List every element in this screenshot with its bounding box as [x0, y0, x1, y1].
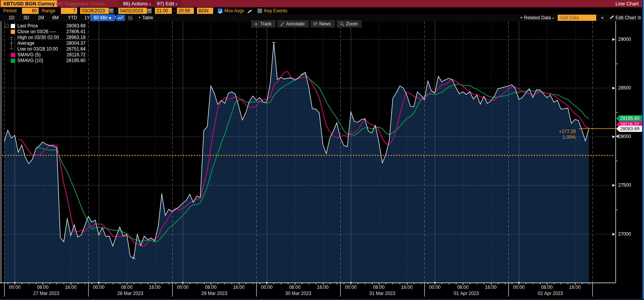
- legend-label: Low on 03/28 10:00: [17, 46, 58, 52]
- crosshair-icon: [254, 22, 258, 26]
- legend-swatch: [11, 59, 15, 63]
- range-button-1d[interactable]: 1D: [5, 14, 18, 21]
- candle-chart-icon[interactable]: [126, 15, 134, 21]
- range-label: Range: [42, 8, 55, 14]
- legend-value: 26751.64: [66, 46, 86, 52]
- chart-type-label: Line Chart: [615, 0, 639, 7]
- time-separator: -: [174, 8, 175, 14]
- time-from-input[interactable]: 21:00: [155, 8, 172, 14]
- track-button[interactable]: Track: [251, 20, 276, 27]
- terminal-window: XBTUSD BGN Curncy 94) Suggested Charts 9…: [0, 0, 644, 300]
- legend-swatch: [11, 53, 15, 57]
- time-to-input[interactable]: 20:59: [177, 8, 194, 14]
- legend-label: SMAVG (10): [17, 58, 43, 64]
- axis-price-tag: 28083.69: [616, 126, 643, 132]
- net-change-label: +277.29: [553, 129, 576, 135]
- legend-collapse-icon[interactable]: −: [5, 24, 8, 28]
- legend-value: 28963.18: [66, 35, 86, 40]
- actions-menu[interactable]: 96) Actions ▾: [119, 0, 155, 7]
- legend-value: 28195.60: [66, 58, 86, 64]
- date-from-input[interactable]: 03/26/2023: [80, 8, 109, 14]
- news-icon: [313, 22, 318, 26]
- pct-change-label: 1.00%: [553, 135, 576, 140]
- mov-avgs-label: Mov Avgs: [224, 8, 244, 14]
- edit-chart-button[interactable]: Edit Chart: [608, 14, 637, 21]
- security-ticker-field[interactable]: XBTUSD BGN Curncy: [1, 0, 57, 7]
- line-chart-icon[interactable]: [116, 15, 125, 21]
- axis-price-tag: 28195.60: [616, 115, 643, 121]
- legend-marker-icon: ┼: [10, 40, 16, 46]
- key-events-checkbox[interactable]: [257, 8, 262, 13]
- range-input[interactable]: 7: [61, 8, 77, 14]
- key-events-label: Key Events: [264, 8, 288, 14]
- chevron-down-icon: ▾: [175, 2, 177, 6]
- news-button[interactable]: News: [311, 20, 335, 27]
- interval-select[interactable]: 60 Min ▼: [90, 14, 115, 21]
- range-button-3d[interactable]: 3D: [20, 14, 33, 21]
- legend-label: Close on 03/26 ----: [17, 29, 56, 35]
- table-button[interactable]: Table: [139, 14, 156, 21]
- legend-label: SMAVG (5): [17, 52, 40, 58]
- legend-row[interactable]: ┬High on 03/30 02:0028963.18: [5, 35, 86, 40]
- edit-menu[interactable]: 97) Edit ▾: [153, 0, 182, 7]
- legend-row[interactable]: SMAVG (5)28116.72: [5, 52, 86, 58]
- date-to-input[interactable]: 04/02/2023: [118, 8, 147, 14]
- legend-label: Average: [17, 40, 34, 46]
- window-right-border: [642, 0, 644, 300]
- legend-value: 28116.72: [67, 52, 86, 58]
- period-toolbar: Period 60 Range 7 03/26/2023 - 04/02/202…: [0, 7, 644, 14]
- related-data-button[interactable]: + Related Data ▾: [518, 14, 555, 21]
- legend-row[interactable]: ┴Low on 03/28 10:0026751.64: [5, 46, 86, 52]
- pencil-icon: [280, 22, 284, 26]
- legend-value: 28004.37: [66, 40, 86, 46]
- add-data-input[interactable]: [558, 15, 596, 21]
- calendar-icon[interactable]: [109, 8, 114, 13]
- period-label: Period: [3, 8, 17, 14]
- legend-marker-icon: ┴: [10, 46, 16, 52]
- legend-label: Last Price: [17, 23, 38, 29]
- date-separator: -: [115, 8, 117, 14]
- period-input[interactable]: 60: [22, 8, 39, 14]
- collapse-panel-button[interactable]: «: [598, 14, 607, 21]
- range-button-6m[interactable]: 6M: [49, 14, 62, 21]
- chevron-down-icon: ▾: [149, 2, 151, 6]
- annotate-button[interactable]: Annotate: [277, 20, 309, 27]
- legend-swatch: [11, 30, 15, 34]
- legend-swatch: [11, 24, 15, 28]
- suggested-charts-menu[interactable]: 94) Suggested Charts: [56, 0, 104, 7]
- legend-label: High on 03/30 02:00: [17, 35, 59, 40]
- range-button-1m[interactable]: 1M: [34, 14, 47, 21]
- mov-avgs-checkbox[interactable]: [218, 8, 222, 13]
- chart-legend: −Last Price28083.69Close on 03/26 ----27…: [5, 23, 86, 64]
- legend-row[interactable]: Close on 03/26 ----27806.41: [5, 29, 86, 35]
- legend-marker-icon: ┬: [10, 35, 16, 40]
- legend-value: 28083.69: [66, 23, 86, 29]
- legend-row[interactable]: −Last Price28083.69: [5, 23, 86, 29]
- title-bar: XBTUSD BGN Curncy 94) Suggested Charts 9…: [0, 0, 644, 7]
- legend-row[interactable]: SMAVG (10)28195.60: [5, 58, 86, 64]
- legend-row[interactable]: ┼Average28004.37: [5, 40, 86, 46]
- legend-value: 27806.41: [66, 29, 86, 35]
- chart-tools: Track Annotate News Zoom: [251, 20, 362, 27]
- pricing-source-input[interactable]: BGN: [197, 8, 213, 14]
- magnifier-icon: [340, 22, 344, 26]
- range-button-ytd[interactable]: YTD: [66, 14, 79, 21]
- price-chart-canvas[interactable]: [0, 21, 644, 300]
- zoom-button[interactable]: Zoom: [337, 20, 362, 27]
- calendar-icon[interactable]: [147, 8, 152, 13]
